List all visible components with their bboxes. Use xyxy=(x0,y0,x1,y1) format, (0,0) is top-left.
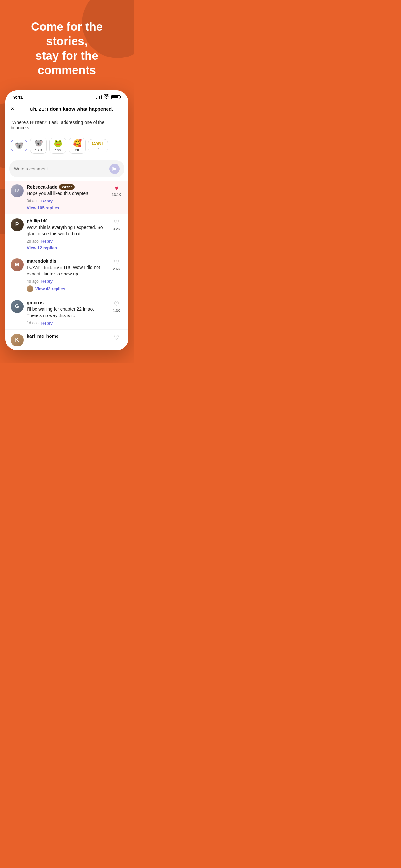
comment-meta: 1d ago Reply xyxy=(27,321,107,326)
reaction-frog[interactable]: 🐸 100 xyxy=(50,137,66,154)
reaction-emoji: CANT xyxy=(92,141,104,146)
reaction-koala-1k[interactable]: 🐨 1.2K xyxy=(30,137,47,154)
reply-button[interactable]: Reply xyxy=(41,198,53,204)
heart-icon[interactable]: ♡ xyxy=(114,334,120,341)
comment-item: G gmorris I'll be waiting for chapter 22… xyxy=(5,296,128,330)
like-column: ♡ 2.6K xyxy=(110,258,123,292)
comment-header: kari_me_home xyxy=(27,334,107,339)
reaction-hearts[interactable]: 🥰 30 xyxy=(69,137,86,154)
reaction-emoji: 🐸 xyxy=(54,139,62,148)
chapter-title: Ch. 21: I don't know what happened. xyxy=(20,106,123,112)
comment-body: Rebecca-Jade Writer Hope you all liked t… xyxy=(27,184,107,210)
like-count: 1.3K xyxy=(113,309,120,313)
status-bar: 9:41 xyxy=(5,90,128,102)
view-replies-button[interactable]: View 12 replies xyxy=(27,245,107,250)
writer-badge: Writer xyxy=(59,184,74,190)
reactions-bar: 🐨 🐨 1.2K 🐸 100 🥰 30 CANT 7 xyxy=(5,134,128,157)
comment-item: M marendokidis I CAN'T BELIEVE IT!!! Wow… xyxy=(5,254,128,296)
status-icons xyxy=(96,94,120,100)
comment-text: I'll be waiting for chapter 22 lmao. The… xyxy=(27,306,107,319)
reaction-cant[interactable]: CANT 7 xyxy=(88,139,108,152)
comment-text: Hope you all liked this chapter! xyxy=(27,190,107,197)
comment-item: K kari_me_home ♡ xyxy=(5,330,128,350)
comment-time: 3d ago xyxy=(27,198,39,203)
nav-bar: × Ch. 21: I don't know what happened. xyxy=(5,102,128,116)
reaction-koala-active[interactable]: 🐨 xyxy=(11,140,27,151)
reaction-count: 30 xyxy=(75,148,79,152)
comment-body: gmorris I'll be waiting for chapter 22 l… xyxy=(27,300,107,325)
comment-meta: 2d ago Reply xyxy=(27,239,107,244)
avatar: P xyxy=(11,218,24,231)
heart-icon[interactable]: ♡ xyxy=(114,258,120,266)
battery-icon xyxy=(112,95,120,99)
comment-header: marendokidis xyxy=(27,258,107,264)
comment-header: Rebecca-Jade Writer xyxy=(27,184,107,190)
comment-time: 2d ago xyxy=(27,239,39,244)
reply-button[interactable]: Reply xyxy=(41,239,53,244)
comment-text: I CAN'T BELIEVE IT!!! Wow I did not expe… xyxy=(27,265,107,277)
reaction-count: 100 xyxy=(55,148,61,152)
avatar: R xyxy=(11,184,24,197)
reaction-count: 7 xyxy=(97,147,99,151)
comment-username: kari_me_home xyxy=(27,334,58,339)
hero-title-line1: Come for the stories, xyxy=(31,20,103,48)
reply-button[interactable]: Reply xyxy=(41,279,53,283)
story-preview-text: "Where's Hunter?" I ask, addressing one … xyxy=(11,120,104,130)
comment-time: 1d ago xyxy=(27,321,39,325)
comment-item: P phillip140 Wow, this is everything I e… xyxy=(5,214,128,254)
phone-mockup: 9:41 xyxy=(5,90,128,350)
comment-body: marendokidis I CAN'T BELIEVE IT!!! Wow I… xyxy=(27,258,107,292)
like-column: ♥ 13.1K xyxy=(110,184,123,210)
like-column: ♡ 3.2K xyxy=(110,218,123,250)
like-count: 3.2K xyxy=(113,227,120,231)
comment-header: phillip140 xyxy=(27,218,107,223)
comment-item: R Rebecca-Jade Writer Hope you all liked… xyxy=(5,181,128,214)
reaction-emoji: 🐨 xyxy=(15,142,24,150)
hero-title: Come for the stories, stay for the comme… xyxy=(10,20,124,78)
avatar: G xyxy=(11,300,24,313)
view-replies-button[interactable]: View 43 replies xyxy=(27,285,107,292)
like-column: ♡ 1.3K xyxy=(110,300,123,325)
avatar: K xyxy=(11,334,24,346)
comment-body: phillip140 Wow, this is everything I exp… xyxy=(27,218,107,250)
phone-wrapper: 9:41 xyxy=(0,90,134,363)
comment-time: 4d ago xyxy=(27,279,39,283)
heart-icon[interactable]: ♡ xyxy=(114,300,120,308)
reaction-emoji: 🥰 xyxy=(73,139,82,148)
avatar: M xyxy=(11,258,24,271)
comment-input-row xyxy=(9,160,124,177)
send-button[interactable] xyxy=(110,164,120,174)
like-count: 2.6K xyxy=(113,267,120,271)
comment-body: kari_me_home xyxy=(27,334,107,346)
comment-meta: 3d ago Reply xyxy=(27,198,107,204)
view-replies-button[interactable]: View 105 replies xyxy=(27,206,107,210)
comment-username: phillip140 xyxy=(27,218,48,223)
reply-button[interactable]: Reply xyxy=(41,321,53,326)
reaction-count: 1.2K xyxy=(35,148,42,152)
hero-title-line2: stay for the comments xyxy=(35,49,98,77)
like-count: 13.1K xyxy=(112,193,121,197)
hero-section: Come for the stories, stay for the comme… xyxy=(0,0,134,90)
comments-list: R Rebecca-Jade Writer Hope you all liked… xyxy=(5,181,128,350)
heart-icon[interactable]: ♥ xyxy=(115,184,119,192)
reaction-emoji: 🐨 xyxy=(34,139,43,148)
story-preview: "Where's Hunter?" I ask, addressing one … xyxy=(5,116,128,134)
heart-icon[interactable]: ♡ xyxy=(114,218,120,226)
wifi-icon xyxy=(104,94,110,100)
close-button[interactable]: × xyxy=(11,105,20,113)
like-column: ♡ xyxy=(110,334,123,346)
comment-username: Rebecca-Jade xyxy=(27,184,57,190)
view-replies-avatar xyxy=(27,285,33,292)
comment-header: gmorris xyxy=(27,300,107,305)
comment-text: Wow, this is everything I expected. So g… xyxy=(27,224,107,237)
comment-username: gmorris xyxy=(27,300,43,305)
comment-meta: 4d ago Reply xyxy=(27,279,107,283)
comment-input[interactable] xyxy=(14,166,110,172)
comment-username: marendokidis xyxy=(27,258,56,264)
signal-icon xyxy=(96,95,102,99)
status-time: 9:41 xyxy=(13,94,23,100)
